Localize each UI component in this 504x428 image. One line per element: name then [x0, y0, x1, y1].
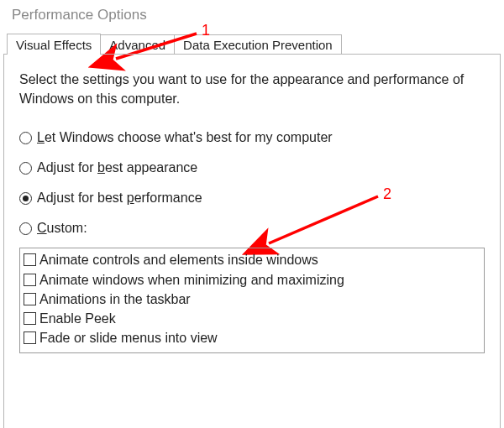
list-item-label: Fade or slide menus into view	[39, 328, 218, 347]
list-item[interactable]: Enable Peek	[24, 309, 480, 328]
radio-label: Let Windows choose what's best for my co…	[37, 130, 333, 145]
checkbox-icon[interactable]	[24, 253, 36, 266]
radio-label: Custom:	[37, 221, 87, 236]
list-item[interactable]: Fade or slide menus into view	[24, 328, 480, 347]
tab-visual-effects[interactable]: Visual Effects	[7, 34, 101, 55]
radio-label: Adjust for best appearance	[37, 160, 197, 175]
list-item[interactable]: Animate windows when minimizing and maxi…	[24, 270, 480, 290]
description-text: Select the settings you want to use for …	[19, 70, 485, 108]
radio-custom[interactable]: Custom:	[19, 221, 485, 236]
tab-advanced[interactable]: Advanced	[100, 34, 175, 55]
list-item[interactable]: Animate controls and elements inside win…	[24, 250, 480, 269]
effects-listbox[interactable]: Animate controls and elements inside win…	[19, 248, 485, 353]
list-item-label: Animations in the taskbar	[39, 290, 191, 309]
radio-let-windows-choose[interactable]: Let Windows choose what's best for my co…	[19, 130, 485, 145]
list-item[interactable]: Animations in the taskbar	[24, 290, 480, 309]
radio-icon	[19, 132, 32, 144]
tab-panel-visual-effects: Select the settings you want to use for …	[3, 54, 501, 428]
radio-label: Adjust for best performance	[37, 191, 202, 206]
radio-best-performance[interactable]: Adjust for best performance	[19, 191, 485, 206]
tab-strip: Visual Effects Advanced Data Execution P…	[0, 32, 504, 54]
radio-icon	[19, 162, 32, 175]
list-item-label: Enable Peek	[39, 309, 116, 328]
tab-dep[interactable]: Data Execution Prevention	[174, 34, 342, 55]
radio-group: Let Windows choose what's best for my co…	[19, 130, 485, 236]
window-title: Performance Options	[0, 0, 504, 32]
checkbox-icon[interactable]	[24, 331, 36, 344]
radio-icon	[19, 222, 32, 235]
checkbox-icon[interactable]	[24, 274, 36, 286]
radio-icon	[19, 192, 32, 205]
radio-best-appearance[interactable]: Adjust for best appearance	[19, 160, 485, 175]
performance-options-window: Performance Options Visual Effects Advan…	[0, 0, 504, 428]
list-item-label: Animate controls and elements inside win…	[39, 250, 318, 269]
list-item-label: Animate windows when minimizing and maxi…	[39, 270, 344, 290]
checkbox-icon[interactable]	[24, 293, 36, 305]
checkbox-icon[interactable]	[24, 312, 36, 325]
